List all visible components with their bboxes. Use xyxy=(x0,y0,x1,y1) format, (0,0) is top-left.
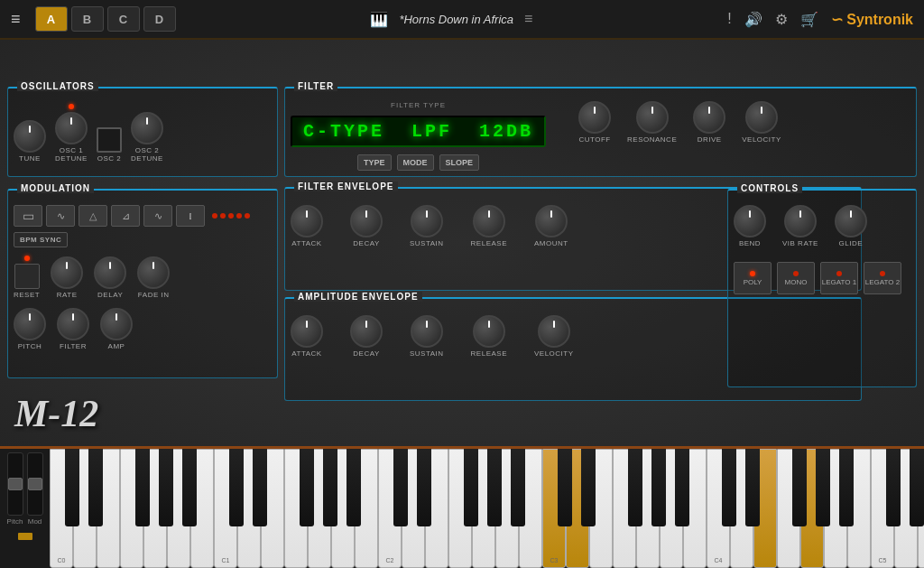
black-key-Cs0[interactable] xyxy=(65,449,79,526)
fe-sustain-label: SUSTAIN xyxy=(410,239,444,247)
black-key-Gs2[interactable] xyxy=(487,449,502,526)
black-key-As1[interactable] xyxy=(346,449,361,526)
black-key-Gs4[interactable] xyxy=(816,449,830,526)
oscillators-panel: OSCILLATORS TUNE OSC 1DETUNE OSC 2 OSC 2… xyxy=(7,87,278,177)
tab-c[interactable]: C xyxy=(107,6,140,32)
filter-slope-button[interactable]: SLOPE xyxy=(439,154,480,171)
amp-mod-knob[interactable] xyxy=(100,308,133,340)
filter-velocity-label: VELOCITY xyxy=(742,135,781,144)
black-key-Gs0[interactable] xyxy=(159,449,173,526)
black-key-Fs4[interactable] xyxy=(792,449,807,526)
fe-decay-knob[interactable] xyxy=(350,205,383,237)
black-key-Ds0[interactable] xyxy=(88,449,103,526)
drive-knob[interactable] xyxy=(693,101,725,134)
black-key-Fs3[interactable] xyxy=(628,449,642,526)
mono-button[interactable]: MONO xyxy=(777,262,815,294)
bpm-sync-button[interactable]: BPM SYNC xyxy=(14,232,68,247)
filter-velocity-knob[interactable] xyxy=(745,101,778,134)
black-key-As2[interactable] xyxy=(511,449,525,526)
black-key-Cs4[interactable] xyxy=(722,449,736,526)
pitch-slider-thumb xyxy=(8,478,23,490)
drive-label: DRIVE xyxy=(698,135,722,144)
mod-led-2 xyxy=(220,213,226,219)
wave-btn-square[interactable]: ▭ xyxy=(14,205,42,227)
tune-knob[interactable] xyxy=(14,120,46,153)
tab-a[interactable]: A xyxy=(35,6,68,32)
pitch-label: PITCH xyxy=(18,342,42,350)
ae-decay-group: DECAY xyxy=(350,315,383,358)
fe-release-group: RELEASE xyxy=(471,205,507,247)
tab-d[interactable]: D xyxy=(143,6,176,32)
osc2-selector[interactable] xyxy=(97,127,122,153)
black-key-Ds1[interactable] xyxy=(253,449,267,526)
ae-release-knob[interactable] xyxy=(473,315,505,348)
black-key-Ds3[interactable] xyxy=(581,449,596,526)
black-key-Gs3[interactable] xyxy=(651,449,666,526)
black-key-Ds4[interactable] xyxy=(745,449,760,526)
black-key-As4[interactable] xyxy=(839,449,854,526)
ae-decay-knob[interactable] xyxy=(350,315,383,348)
synth-logo: M-12 xyxy=(14,392,98,435)
cart-icon[interactable]: 🛒 xyxy=(800,11,818,28)
volume-icon[interactable]: 🔊 xyxy=(744,11,762,28)
filter-title: FILTER xyxy=(294,81,337,91)
ae-velocity-knob[interactable] xyxy=(538,315,570,348)
cutoff-knob[interactable] xyxy=(578,101,611,134)
tune-knob-group: TUNE xyxy=(14,120,46,163)
poly-button[interactable]: POLY xyxy=(734,262,772,294)
fadein-knob[interactable] xyxy=(137,256,170,289)
rate-knob[interactable] xyxy=(51,256,83,289)
ae-sustain-label: SUSTAIN xyxy=(410,349,444,358)
vib-rate-knob[interactable] xyxy=(784,205,817,237)
bend-knob[interactable] xyxy=(734,205,766,237)
alert-icon[interactable]: ! xyxy=(727,11,731,27)
filter-velocity-knob-group: VELOCITY xyxy=(742,101,781,144)
filter-mode-button[interactable]: MODE xyxy=(397,154,434,171)
ae-attack-knob[interactable] xyxy=(291,315,323,348)
legato2-led xyxy=(880,271,885,276)
ae-sustain-knob[interactable] xyxy=(411,315,443,348)
fe-release-knob[interactable] xyxy=(473,205,505,237)
black-key-Fs0[interactable] xyxy=(135,449,150,526)
black-key-Gs1[interactable] xyxy=(323,449,337,526)
osc2-detune-knob[interactable] xyxy=(131,112,163,144)
amp-envelope-title: AMPLITUDE ENVELOPE xyxy=(294,292,422,302)
fe-sustain-knob[interactable] xyxy=(411,205,443,237)
wave-btn-sine[interactable]: ∿ xyxy=(46,205,75,227)
black-key-Ds5[interactable] xyxy=(910,449,924,526)
reset-button[interactable] xyxy=(14,264,40,289)
glide-knob[interactable] xyxy=(835,205,867,237)
filter-type-button[interactable]: TYPE xyxy=(357,154,392,171)
black-key-As0[interactable] xyxy=(182,449,197,526)
preset-menu-icon[interactable]: ≡ xyxy=(524,11,532,27)
black-key-Cs5[interactable] xyxy=(886,449,901,526)
preset-selector[interactable]: 🎹 *Horns Down in Africa ≡ xyxy=(190,11,714,28)
resonance-knob[interactable] xyxy=(636,101,669,134)
delay-knob[interactable] xyxy=(94,256,126,289)
settings-icon[interactable]: ⚙ xyxy=(775,11,788,28)
wave-btn-ramp[interactable]: ∿ xyxy=(143,205,172,227)
black-key-Cs2[interactable] xyxy=(393,449,408,526)
fe-amount-knob[interactable] xyxy=(535,205,568,237)
legato2-button[interactable]: LEGATO 2 xyxy=(864,262,901,294)
legato1-button[interactable]: LEGATO 1 xyxy=(820,262,858,294)
pitch-mod-sliders: Pitch Mod xyxy=(7,452,43,526)
pitch-knob[interactable] xyxy=(14,308,46,340)
wave-btn-tri[interactable]: △ xyxy=(79,205,107,227)
black-key-As3[interactable] xyxy=(675,449,689,526)
pitch-slider[interactable] xyxy=(7,452,23,516)
wave-btn-random[interactable]: ⫿ xyxy=(176,205,205,227)
mod-slider[interactable] xyxy=(27,452,43,516)
fe-attack-knob[interactable] xyxy=(291,205,323,237)
ae-attack-label: ATTACK xyxy=(291,349,321,358)
black-key-Fs1[interactable] xyxy=(300,449,314,526)
black-key-Fs2[interactable] xyxy=(464,449,478,526)
osc1-detune-knob[interactable] xyxy=(55,112,88,144)
wave-btn-saw[interactable]: ⊿ xyxy=(111,205,140,227)
black-key-Ds2[interactable] xyxy=(417,449,431,526)
tab-b[interactable]: B xyxy=(71,6,104,32)
black-key-Cs3[interactable] xyxy=(558,449,572,526)
filter-mod-knob[interactable] xyxy=(57,308,89,340)
black-key-Cs1[interactable] xyxy=(229,449,244,526)
menu-icon[interactable]: ≡ xyxy=(11,10,21,29)
